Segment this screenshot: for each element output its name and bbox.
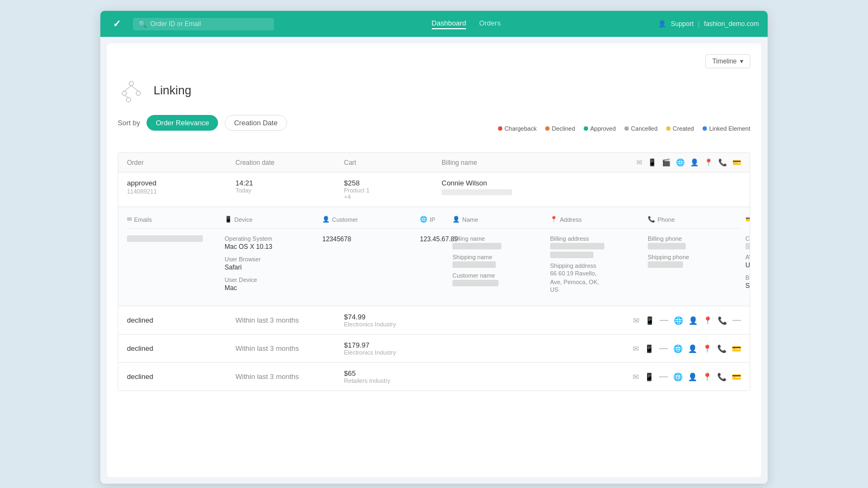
card-icon: 💳 bbox=[732, 344, 741, 353]
emails-header-icon: ✉ bbox=[127, 216, 132, 223]
creation-date-cell: 14:21 Today bbox=[235, 179, 344, 194]
declined-status-3: declined bbox=[127, 373, 235, 381]
support-label: Support bbox=[671, 20, 693, 28]
email-icon: ✉ bbox=[633, 344, 639, 353]
order-status-cell: approved 114089211 bbox=[127, 179, 235, 195]
creation-sub: Today bbox=[235, 187, 344, 194]
expanded-row-approved[interactable]: approved 114089211 14:21 Today $258 Prod… bbox=[118, 172, 750, 306]
nav-link-dashboard[interactable]: Dashboard bbox=[432, 19, 467, 29]
nav-link-orders[interactable]: Orders bbox=[479, 19, 501, 29]
legend: Chargeback Declined Approved Cancelled C… bbox=[498, 125, 750, 132]
sort-creation-date[interactable]: Creation Date bbox=[225, 115, 286, 131]
camera-col-icon: 🎬 bbox=[662, 158, 671, 166]
svg-point-2 bbox=[136, 91, 141, 95]
detail-col-device: 📱 Device bbox=[225, 216, 322, 223]
detail-device-col: Operating System Mac OS X 10.13 User Bro… bbox=[225, 235, 322, 297]
bin-value: SG bbox=[745, 282, 750, 290]
browser-value: Safari bbox=[225, 264, 316, 271]
table-row[interactable]: declined Within last 3 months $65 Retail… bbox=[118, 363, 750, 390]
nav-bar: ✓ 🔍 Dashboard Orders 👤 Support | fashion… bbox=[100, 11, 768, 37]
expanded-row-main: approved 114089211 14:21 Today $258 Prod… bbox=[118, 172, 750, 207]
customer-name-label: Customer name bbox=[452, 272, 544, 279]
detail-credit-col: Credit Card AVS Result Unsupported BIN C… bbox=[745, 235, 750, 295]
order-id: 114089211 bbox=[127, 188, 235, 195]
legend-declined: Declined bbox=[545, 125, 575, 132]
phone-icon: 📱 bbox=[645, 316, 654, 325]
svg-point-0 bbox=[129, 81, 133, 86]
nav-divider: | bbox=[698, 20, 699, 28]
sort-order-relevance[interactable]: Order Relevance bbox=[146, 115, 218, 131]
svg-point-1 bbox=[122, 91, 126, 95]
user-icon: 👤 bbox=[658, 20, 666, 28]
declined-cart-3: $65 Retailers Industry bbox=[344, 369, 442, 384]
legend-cancelled: Cancelled bbox=[624, 125, 658, 132]
ip-value: 123.45.67.89 bbox=[420, 235, 446, 243]
customer-name-value bbox=[452, 280, 499, 286]
location-col-icon: 📍 bbox=[704, 158, 713, 166]
legend-linked: Linked Element bbox=[703, 125, 750, 132]
detail-col-customer: 👤 Customer bbox=[322, 216, 420, 223]
legend-chargeback-label: Chargeback bbox=[505, 125, 537, 132]
user-col-icon: 👤 bbox=[690, 158, 699, 166]
user-icon: 👤 bbox=[688, 344, 697, 353]
email-col-icon: ✉ bbox=[636, 158, 642, 166]
customer-id: 12345678 bbox=[322, 235, 413, 243]
row-icons-3: ✉ 📱 🌐 👤 📍 📞 💳 bbox=[550, 373, 741, 381]
detail-email-col bbox=[127, 235, 225, 243]
call-icon: 📞 bbox=[718, 316, 727, 325]
billing-name-label: Billing name bbox=[452, 235, 544, 242]
email-icon: ✉ bbox=[633, 316, 640, 325]
declined-status-2: declined bbox=[127, 344, 235, 352]
row-icons-1: ✉ 📱 🌐 👤 📍 📞 bbox=[550, 316, 741, 325]
declined-creation-2: Within last 3 months bbox=[235, 344, 344, 352]
detail-col-phone: 📞 Phone bbox=[648, 216, 745, 223]
name-header-icon: 👤 bbox=[452, 216, 460, 223]
phone-icon: 📱 bbox=[644, 344, 654, 353]
header-icons: ✉ 📱 🎬 🌐 👤 📍 📞 💳 bbox=[550, 158, 741, 166]
location-icon: 📍 bbox=[703, 373, 712, 381]
shipping-name-value bbox=[452, 261, 496, 268]
search-input[interactable] bbox=[150, 20, 269, 28]
device-label: User Device bbox=[225, 277, 316, 283]
detail-address-col: Billing address Shipping address 66 60 1… bbox=[550, 235, 648, 293]
location-icon: 📍 bbox=[703, 316, 712, 325]
cart-amount: $258 bbox=[344, 179, 442, 187]
location-icon: 📍 bbox=[703, 344, 712, 353]
cart-cell: $258 Product 1 +4 bbox=[344, 179, 442, 200]
user-icon: 👤 bbox=[688, 316, 698, 325]
sort-label: Sort by bbox=[118, 119, 140, 127]
main-content: Timeline ▾ Linking Sort bbox=[107, 43, 761, 477]
legend-cancelled-label: Cancelled bbox=[631, 125, 658, 132]
billing-name: Connie Wilson bbox=[442, 179, 550, 187]
app-window: ✓ 🔍 Dashboard Orders 👤 Support | fashion… bbox=[100, 11, 768, 484]
camera-dash-icon bbox=[660, 320, 668, 321]
detail-col-ip: 🌐 IP bbox=[420, 216, 452, 223]
timeline-button[interactable]: Timeline ▾ bbox=[705, 54, 750, 68]
bin-label: BIN Country bbox=[745, 274, 750, 281]
card-dash-icon bbox=[732, 320, 741, 321]
table-row[interactable]: declined Within last 3 months $179.97 El… bbox=[118, 335, 750, 363]
detail-col-emails: ✉ Emails bbox=[127, 216, 225, 223]
billing-address-label: Billing address bbox=[550, 235, 641, 242]
order-status: approved bbox=[127, 179, 235, 187]
svg-line-4 bbox=[124, 86, 131, 91]
globe-icon: 🌐 bbox=[674, 316, 683, 325]
camera-dash-icon bbox=[659, 376, 668, 377]
col-header-cart: Cart bbox=[344, 159, 442, 166]
billing-name-value bbox=[452, 243, 501, 249]
os-label: Operating System bbox=[225, 235, 316, 242]
user-icon: 👤 bbox=[688, 373, 697, 381]
device-header-icon: 📱 bbox=[225, 216, 232, 223]
globe-col-icon: 🌐 bbox=[676, 158, 685, 166]
detail-header: ✉ Emails 📱 Device 👤 Customer 🌐 bbox=[127, 216, 741, 229]
col-header-order: Order bbox=[127, 159, 235, 166]
chevron-down-icon: ▾ bbox=[740, 57, 743, 65]
orders-table: Order Creation date Cart Billing name ✉ … bbox=[118, 152, 750, 391]
svg-point-3 bbox=[126, 98, 131, 102]
globe-icon: 🌐 bbox=[673, 373, 682, 381]
table-row[interactable]: declined Within last 3 months $74.99 Ele… bbox=[118, 306, 750, 335]
search-box[interactable]: 🔍 bbox=[133, 18, 274, 30]
legend-approved: Approved bbox=[584, 125, 616, 132]
detail-data: Operating System Mac OS X 10.13 User Bro… bbox=[127, 235, 741, 297]
table-header-row: Order Creation date Cart Billing name ✉ … bbox=[118, 153, 750, 172]
